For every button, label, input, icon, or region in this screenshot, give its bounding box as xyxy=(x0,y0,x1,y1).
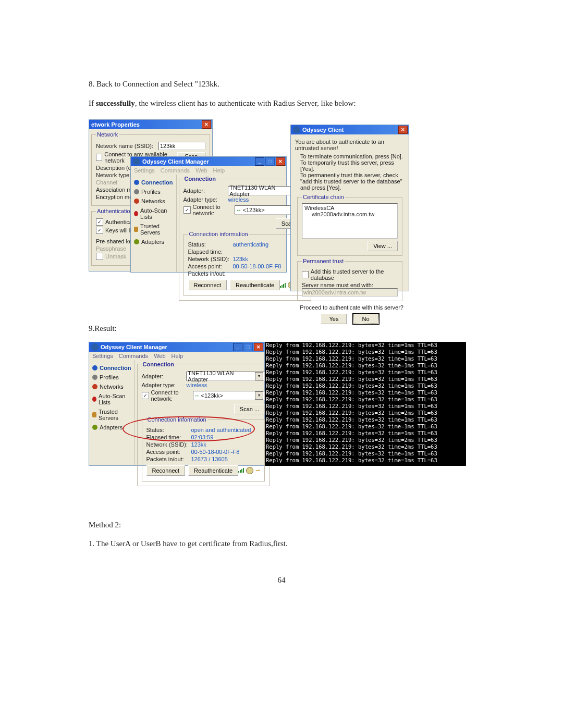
sidebar-item-trusted[interactable]: Trusted Servers xyxy=(133,221,174,237)
chevron-down-icon[interactable]: ▾ xyxy=(255,372,263,380)
ping-line: Reply from 192.168.122.219: bytes=32 tim… xyxy=(266,410,465,416)
lbl: Networks xyxy=(141,198,165,204)
lbl: Profiles xyxy=(141,189,161,195)
cert-item[interactable]: WirelessCA xyxy=(304,205,395,211)
odyssey-manager-window: Odyssey Client Manager _ □ ✕ Settings Co… xyxy=(130,156,287,273)
sidebar-item-connection[interactable]: Connection xyxy=(91,363,132,373)
ping-line: Reply from 192.168.122.219: bytes=32 tim… xyxy=(266,342,465,349)
reconnect-button[interactable]: Reconnect xyxy=(146,465,186,476)
page-number: 64 xyxy=(89,576,474,585)
reauth-button[interactable]: Reauthenticate xyxy=(230,280,280,290)
auth-using-checkbox[interactable]: ✓ xyxy=(96,218,103,226)
sidebar-item-adapters[interactable]: Adapters xyxy=(133,237,174,246)
view-button[interactable]: View ... xyxy=(368,241,398,251)
result-label: 9.Result: xyxy=(89,323,474,335)
proceed-text: Proceed to authenticate with this server… xyxy=(296,304,403,311)
no-button[interactable]: No xyxy=(353,314,379,324)
mgr-titlebar[interactable]: Odyssey Client Manager _ □ ✕ xyxy=(131,157,286,166)
connect-checkbox[interactable]: ✓ xyxy=(142,392,149,399)
legend: Connection xyxy=(142,361,176,367)
unmask-label: Unmask xyxy=(105,253,126,260)
msg1: You are about to authenticate to an untr… xyxy=(295,139,405,151)
sidebar-item-profiles[interactable]: Profiles xyxy=(133,187,174,196)
add-db-label: Add this trusted server to the database xyxy=(311,268,398,281)
props-titlebar[interactable]: etwork Properties ✕ xyxy=(89,120,212,129)
ping-line: Reply from 192.168.122.219: bytes=32 tim… xyxy=(266,349,465,355)
step8-text: 8. Back to Connection and Select "123kk. xyxy=(89,78,474,90)
lbl: Profiles xyxy=(100,374,119,380)
elapsed-label: Elapsed time: xyxy=(188,249,233,255)
ssid-input[interactable] xyxy=(158,142,205,150)
minimize-icon[interactable]: _ xyxy=(255,157,264,166)
connect-checkbox[interactable]: ✓ xyxy=(183,206,191,214)
connection-group: Connection Adapter: TNET1130 WLAN Adapte… xyxy=(137,361,270,486)
status-val: open and authenticated xyxy=(191,427,251,433)
reauth-button[interactable]: Reauthenticate xyxy=(188,465,238,476)
close-icon[interactable]: ✕ xyxy=(202,120,211,129)
keys-gen-checkbox[interactable]: ✓ xyxy=(96,227,103,234)
close-icon[interactable]: ✕ xyxy=(398,126,408,134)
link-icon: ↔ xyxy=(194,392,200,399)
menubar[interactable]: Settings Commands Web Help xyxy=(89,352,264,360)
ping-line: Reply from 192.168.122.219: bytes=32 tim… xyxy=(266,396,465,403)
sidebar-item-autoscan[interactable]: Auto-Scan Lists xyxy=(133,206,174,221)
sidebar-item-trusted[interactable]: Trusted Servers xyxy=(91,407,132,423)
signal-icon xyxy=(238,468,244,473)
network-select[interactable]: ↔<123kk>▾ xyxy=(193,391,265,400)
menu-settings[interactable]: Settings xyxy=(134,167,155,174)
reconnect-button[interactable]: Reconnect xyxy=(188,280,227,290)
menu-commands[interactable]: Commands xyxy=(161,167,190,174)
sidebar: Connection Profiles Networks Auto-Scan L… xyxy=(89,360,135,465)
ap-val: 00-50-18-00-0F-F8 xyxy=(233,263,282,269)
status-val: authenticating xyxy=(233,241,269,248)
menubar[interactable]: Settings Commands Web Help xyxy=(131,166,286,175)
t2: , the wireless client has to authenticat… xyxy=(135,99,356,107)
legend: Authentication xyxy=(96,208,134,214)
conn-info: Connection information Status:authentica… xyxy=(183,231,307,296)
t: If xyxy=(89,99,96,107)
ping-line: Reply from 192.168.122.219: bytes=32 tim… xyxy=(266,355,465,362)
menu-settings[interactable]: Settings xyxy=(92,353,113,359)
add-db-checkbox[interactable] xyxy=(302,271,309,278)
cert-item[interactable]: win2000adv.intra.com.tw xyxy=(304,211,395,217)
elapsed-label: Elapsed time: xyxy=(146,434,191,440)
ody-titlebar[interactable]: Odyssey Client ✕ xyxy=(291,125,409,134)
menu-web[interactable]: Web xyxy=(154,353,165,359)
maximize-icon: □ xyxy=(243,343,253,351)
chevron-down-icon[interactable]: ▾ xyxy=(255,391,263,400)
atype-label: Adapter type: xyxy=(142,382,187,388)
pkt-label: Packets in/out: xyxy=(188,270,233,277)
scan-button[interactable]: Scan ... xyxy=(234,404,265,414)
any-net-checkbox[interactable] xyxy=(96,154,102,161)
sidebar-item-profiles[interactable]: Profiles xyxy=(91,373,132,382)
sidebar-item-connection[interactable]: Connection xyxy=(133,178,174,187)
val: TNET1130 WLAN Adapter xyxy=(188,370,255,382)
legend: Certificate chain xyxy=(302,194,345,200)
ssid-label: Network name (SSID): xyxy=(96,143,158,149)
screenshot-1: etwork Properties ✕ Network Network name… xyxy=(89,119,409,297)
menu-help[interactable]: Help xyxy=(172,353,183,359)
sidebar-item-networks[interactable]: Networks xyxy=(133,196,174,206)
menu-help[interactable]: Help xyxy=(213,167,225,174)
legend: Connection information xyxy=(188,231,249,237)
sidebar-item-adapters[interactable]: Adapters xyxy=(91,423,132,432)
legend: Connection information xyxy=(146,416,207,423)
minimize-icon[interactable]: _ xyxy=(233,343,242,351)
lbl: Networks xyxy=(100,384,124,390)
close-icon[interactable]: ✕ xyxy=(276,157,285,166)
close-icon[interactable]: ✕ xyxy=(254,343,263,351)
mgr-title: Odyssey Client Manager xyxy=(142,158,209,165)
adapter-select[interactable]: TNET1130 WLAN Adapter▾ xyxy=(186,372,265,381)
pkt-val: 12673 / 13605 xyxy=(191,456,228,462)
sidebar-item-autoscan[interactable]: Auto-Scan Lists xyxy=(91,391,132,407)
mgr2-titlebar[interactable]: Odyssey Client Manager _ □ ✕ xyxy=(89,342,264,352)
sidebar-item-networks[interactable]: Networks xyxy=(91,382,132,391)
menu-web[interactable]: Web xyxy=(195,167,207,174)
status-label: Status: xyxy=(188,241,233,248)
menu-commands[interactable]: Commands xyxy=(119,353,148,359)
yes-button[interactable]: Yes xyxy=(321,314,347,324)
lbl: Connection xyxy=(100,365,131,371)
ping-line: Reply from 192.168.122.219: bytes=32 tim… xyxy=(266,437,465,443)
app-icon xyxy=(133,158,140,165)
ssid-val: 123kk xyxy=(233,256,248,262)
